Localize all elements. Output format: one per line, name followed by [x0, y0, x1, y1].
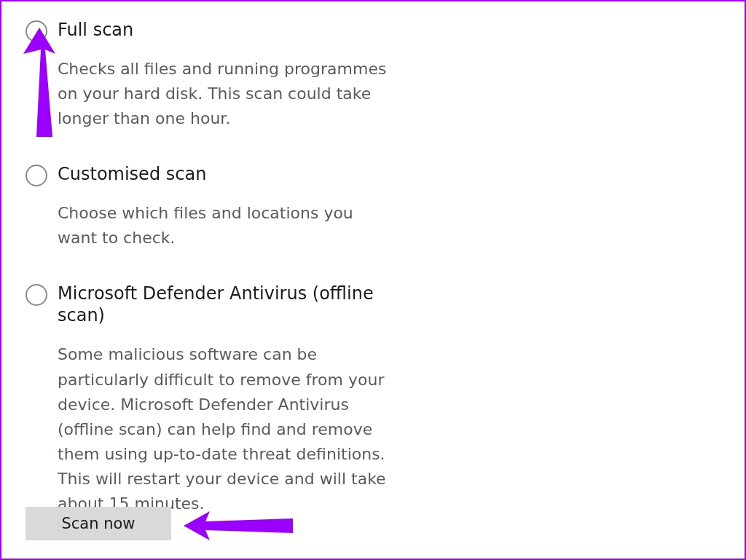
option-offline-scan: Microsoft Defender Antivirus (offline sc…	[25, 283, 433, 516]
scan-now-button[interactable]: Scan now	[25, 507, 171, 540]
option-offline-scan-description: Some malicious software can be particula…	[58, 342, 393, 516]
option-offline-scan-text: Microsoft Defender Antivirus (offline sc…	[58, 283, 393, 516]
option-customised-scan-title: Customised scan	[58, 163, 393, 185]
annotation-arrow-scan-now	[184, 511, 300, 546]
radio-offline-scan[interactable]	[25, 284, 47, 306]
option-offline-scan-title: Microsoft Defender Antivirus (offline sc…	[58, 283, 393, 326]
scan-options-list: Full scan Checks all files and running p…	[25, 19, 433, 516]
option-customised-scan-description: Choose which files and locations you wan…	[58, 201, 393, 251]
option-full-scan-title: Full scan	[58, 19, 393, 41]
scan-options-panel: Full scan Checks all files and running p…	[0, 0, 746, 560]
option-full-scan-description: Checks all files and running programmes …	[58, 57, 393, 131]
option-full-scan: Full scan Checks all files and running p…	[25, 19, 433, 131]
option-customised-scan-text: Customised scan Choose which files and l…	[58, 163, 393, 251]
option-full-scan-text: Full scan Checks all files and running p…	[58, 19, 393, 131]
radio-customised-scan[interactable]	[25, 165, 47, 186]
option-customised-scan: Customised scan Choose which files and l…	[25, 163, 433, 251]
radio-full-scan[interactable]	[25, 20, 47, 42]
